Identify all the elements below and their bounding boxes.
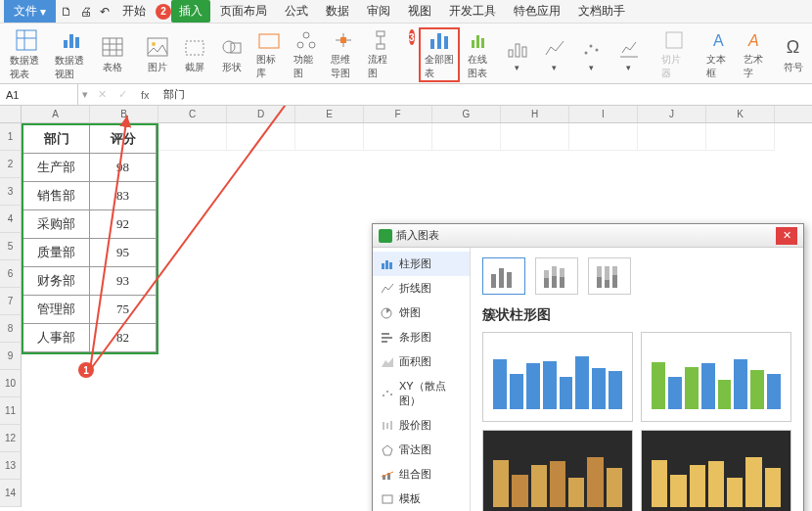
tab-dev[interactable]: 开发工具: [441, 0, 504, 23]
svg-rect-67: [605, 266, 609, 280]
col-header[interactable]: G: [432, 106, 501, 122]
scatter-icon: [381, 388, 394, 399]
rib-table[interactable]: 表格: [96, 27, 129, 82]
fx-icon[interactable]: fx: [133, 89, 158, 101]
col-header[interactable]: K: [706, 106, 775, 122]
rib-flowchart[interactable]: 流程图: [364, 27, 397, 82]
svg-rect-69: [612, 266, 617, 275]
preview-4[interactable]: [641, 430, 791, 511]
chart-type-line[interactable]: 折线图: [373, 276, 470, 301]
rib-onlinechart[interactable]: 在线图表: [464, 27, 497, 82]
col-header[interactable]: C: [158, 106, 227, 122]
chart-type-pie[interactable]: 饼图: [373, 301, 470, 325]
table-header: 部门: [23, 125, 90, 154]
col-header[interactable]: H: [501, 106, 569, 122]
rib-shape[interactable]: 形状: [215, 27, 248, 82]
chart-type-scatter[interactable]: XY（散点图）: [373, 374, 470, 413]
svg-point-11: [303, 32, 309, 38]
chart-type-radar[interactable]: 雷达图: [373, 438, 470, 462]
row-header[interactable]: 1: [0, 123, 22, 151]
rib-chart4[interactable]: ▾: [538, 27, 571, 82]
file-menu[interactable]: 文件▾: [4, 0, 56, 23]
barchart-icon: [506, 37, 529, 61]
svg-rect-22: [481, 38, 484, 48]
flowchart-icon: [369, 29, 392, 51]
col-header[interactable]: D: [227, 106, 295, 122]
row-header[interactable]: 7: [0, 288, 22, 315]
chart-type-combo[interactable]: 组合图: [373, 462, 470, 487]
row-header[interactable]: 11: [0, 397, 22, 425]
row-header[interactable]: 6: [0, 260, 22, 288]
rib-textbox[interactable]: A文本框: [702, 27, 736, 82]
table-cell: 82: [90, 324, 157, 352]
tab-dochelper[interactable]: 文档助手: [570, 0, 633, 23]
subtype-100stacked[interactable]: [588, 257, 631, 295]
rib-slicer[interactable]: 切片器: [657, 27, 691, 82]
row-header[interactable]: 3: [0, 178, 22, 206]
svg-rect-18: [437, 33, 441, 49]
rib-smartart[interactable]: 功能图: [290, 27, 323, 82]
tab-feature[interactable]: 特色应用: [506, 0, 568, 23]
rib-iconlib[interactable]: 图标库: [252, 27, 286, 82]
toolbar-icon[interactable]: 🗋: [58, 5, 75, 19]
tab-insert[interactable]: 插入: [171, 0, 210, 23]
row-header[interactable]: 8: [0, 315, 22, 343]
tab-view[interactable]: 视图: [400, 0, 439, 23]
svg-rect-5: [148, 38, 167, 56]
row-header[interactable]: 9: [0, 343, 22, 370]
row-header[interactable]: 4: [0, 206, 22, 233]
dialog-titlebar: 插入图表 ✕: [373, 224, 803, 248]
rib-picture[interactable]: 图片: [141, 27, 174, 82]
tab-data[interactable]: 数据: [318, 0, 357, 23]
chart-type-bar[interactable]: 条形图: [373, 325, 470, 349]
rib-chart6[interactable]: ▾: [612, 27, 646, 82]
row-header[interactable]: 14: [0, 480, 22, 507]
col-header[interactable]: J: [638, 106, 706, 122]
rib-symbol[interactable]: Ω符号: [777, 27, 810, 82]
name-box[interactable]: A1: [0, 84, 78, 105]
row-header[interactable]: 5: [0, 233, 22, 260]
row-header[interactable]: 10: [0, 370, 22, 397]
table-header: 评分: [90, 125, 157, 154]
preview-3[interactable]: [482, 430, 633, 511]
col-header[interactable]: F: [364, 106, 432, 122]
tab-home[interactable]: 开始: [114, 0, 154, 23]
tab-review[interactable]: 审阅: [359, 0, 398, 23]
chart-type-column[interactable]: 柱形图: [373, 252, 470, 276]
formula-input[interactable]: 部门: [158, 87, 185, 102]
preview-1[interactable]: [482, 332, 633, 422]
table-cell: 生产部: [23, 154, 90, 182]
preview-2[interactable]: [641, 332, 791, 422]
subtype-clustered[interactable]: [482, 257, 525, 295]
rib-wordart[interactable]: A艺术字: [740, 27, 773, 82]
rib-mindmap[interactable]: 思维导图: [327, 27, 360, 82]
col-header[interactable]: E: [295, 106, 364, 122]
pivot-icon: [15, 28, 38, 52]
close-button[interactable]: ✕: [776, 227, 797, 245]
rib-chart5[interactable]: ▾: [575, 27, 609, 82]
tab-formula[interactable]: 公式: [277, 0, 316, 23]
chart-type-area[interactable]: 面积图: [373, 349, 470, 374]
col-header[interactable]: I: [569, 106, 638, 122]
rib-screenshot[interactable]: 截屏: [178, 27, 211, 82]
iconlib-icon: [257, 29, 281, 51]
subtype-stacked[interactable]: [535, 257, 578, 295]
toolbar-icon[interactable]: ↶: [97, 5, 113, 19]
tab-layout[interactable]: 页面布局: [212, 0, 275, 23]
rib-pivotchart[interactable]: 数据透视图: [51, 27, 92, 82]
row-header[interactable]: 2: [0, 151, 22, 178]
toolbar-icon[interactable]: 🖨: [77, 5, 95, 19]
rib-allcharts[interactable]: 全部图表: [419, 27, 460, 82]
row-header[interactable]: 12: [0, 425, 22, 452]
svg-rect-17: [430, 39, 434, 49]
col-header[interactable]: B: [90, 106, 158, 122]
chart-type-template[interactable]: 模板: [373, 487, 470, 511]
row-header[interactable]: 13: [0, 452, 22, 480]
rib-pivottable[interactable]: 数据透视表: [6, 27, 47, 82]
chart-type-stock[interactable]: 股价图: [373, 413, 470, 438]
col-header[interactable]: A: [22, 106, 90, 122]
insert-chart-dialog: 插入图表 ✕ 柱形图 折线图 饼图 条形图 面积图 XY（散点图） 股价图 雷达…: [372, 223, 804, 511]
rib-chart3[interactable]: ▾: [501, 27, 534, 82]
selected-range[interactable]: 部门评分 生产部98 销售部83 采购部92 质量部95 财务部93 管理部75…: [22, 123, 158, 354]
table-cell: 销售部: [23, 182, 90, 210]
